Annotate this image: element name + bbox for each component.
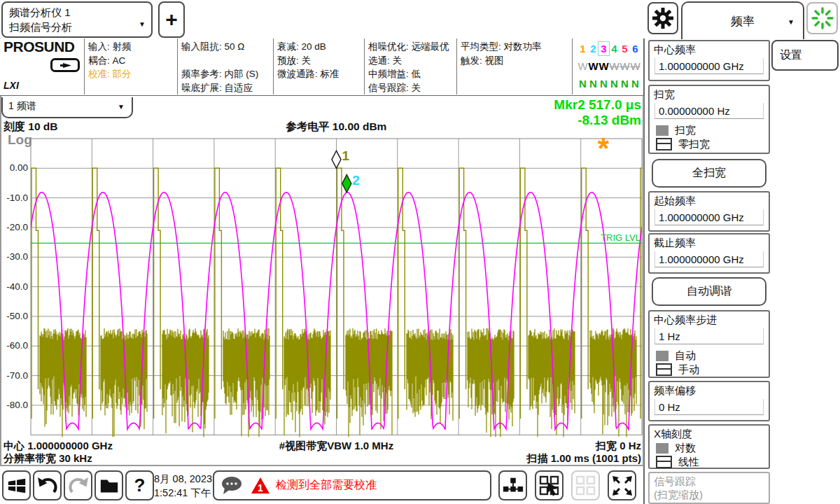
preamp-readout: 预放: 关	[277, 54, 360, 68]
start-freq-value[interactable]: 1.000000000 GHz	[654, 209, 764, 225]
span-option[interactable]: 扫宽	[650, 123, 769, 137]
trace-5-number[interactable]: 5	[620, 42, 630, 56]
trace-6-write-state[interactable]: W	[630, 59, 640, 74]
lxi-logo: LXI	[4, 79, 19, 93]
auto-tune-button[interactable]: 自动调谐	[652, 277, 766, 306]
trace-4-normal-state[interactable]: N	[609, 77, 620, 91]
freq-offset-label: 频率偏移	[650, 382, 769, 398]
cf-step-auto-label: 自动	[675, 349, 696, 363]
brand-block: PROSUND LXI	[0, 38, 85, 94]
trace-1-number[interactable]: 1	[578, 42, 588, 56]
span-control[interactable]: 扫宽 0.00000000 Hz 扫宽 零扫宽	[648, 85, 770, 154]
cf-step-control[interactable]: 中心频率步进 1 Hz 自动 手动	[648, 310, 770, 378]
trace-2-normal-state[interactable]: N	[588, 77, 598, 91]
undo-button[interactable]	[33, 470, 62, 500]
coupling-readout: 耦合: AC	[88, 54, 174, 68]
zero-span-option-label: 零扫宽	[678, 138, 710, 151]
cf-step-label: 中心频率步进	[650, 312, 769, 327]
windows-start-button[interactable]	[2, 470, 31, 500]
span-label: 扫宽	[650, 86, 769, 102]
trace-status-table[interactable]: 123456 WWWWWW NNNNNN	[573, 38, 643, 94]
y-axis-label: -40.0	[0, 281, 28, 292]
marker-readout-y: -8.13 dBm	[392, 113, 641, 128]
freq-offset-control[interactable]: 频率偏移 0 Hz	[648, 381, 770, 421]
window-grid-icon	[575, 475, 597, 497]
window-select-hand-icon	[538, 475, 561, 497]
node-diagram-icon	[502, 475, 524, 496]
system-message-button[interactable]: 1 检测到全部需要校准	[213, 470, 491, 500]
calibration-alert-text: 检测到全部需要校准	[276, 478, 377, 493]
cf-step-auto-option[interactable]: 自动	[650, 349, 769, 363]
analyzer-mode-select[interactable]: 频谱分析仪 1 扫频信号分析 ▼	[1, 1, 153, 38]
busy-spinner-icon	[811, 6, 834, 30]
trace-2-number[interactable]: 2	[588, 42, 598, 56]
datetime-readout: 8月 08, 2023 1:52:41 下午	[154, 472, 212, 500]
tab-settings[interactable]: 设置	[771, 40, 839, 71]
trace-3-normal-state[interactable]: N	[598, 77, 609, 91]
menu-category-dropdown[interactable]: 频率 ▼	[681, 1, 804, 39]
trace-3-number[interactable]: 3	[598, 42, 609, 56]
trace-5-write-state[interactable]: W	[620, 59, 630, 74]
center-freq-label: 中心频率	[650, 41, 769, 57]
measurement-sequence-button[interactable]	[498, 470, 527, 500]
trace-2-write-state[interactable]: W	[588, 59, 598, 74]
trace-1-normal-state[interactable]: N	[578, 77, 588, 91]
trace-6-normal-state[interactable]: N	[630, 77, 640, 91]
trigger-readout: 触发: 视图	[461, 54, 568, 68]
trace-4-number[interactable]: 4	[609, 42, 620, 56]
span-value[interactable]: 0.00000000 Hz	[654, 103, 764, 119]
trace-4-write-state[interactable]: W	[609, 59, 620, 74]
add-measurement-button[interactable]: +	[158, 1, 185, 38]
trace-numbers-row: 123456	[578, 40, 642, 57]
spectrum-display-window	[0, 96, 644, 466]
y-axis-label: -20.0	[0, 222, 28, 232]
trace-1-write-state[interactable]: W	[578, 59, 588, 74]
time-line: 1:52:41 下午	[154, 486, 212, 500]
marker-readout: Mkr2 517.0 μs -8.13 dBm	[392, 97, 641, 128]
avg-type-readout: 平均类型: 对数功率	[461, 40, 568, 54]
trace-write-row: WWWWWW	[578, 57, 642, 75]
windows-logo-icon	[6, 475, 27, 496]
spectrum-analyzer-app: 频谱分析仪 1 扫频信号分析 ▼ + 频率 ▼	[0, 0, 840, 504]
menu-category-label: 频率	[731, 13, 755, 29]
fullscreen-button[interactable]	[608, 470, 636, 500]
start-freq-control[interactable]: 起始频率 1.000000000 GHz	[648, 191, 770, 232]
center-freq-control[interactable]: 中心频率 1.000000000 GHz	[648, 40, 770, 81]
stop-freq-control[interactable]: 截止频率 1.000000000 GHz	[648, 233, 770, 274]
x-scale-log-option[interactable]: 对数	[650, 441, 769, 455]
window-grid-button-disabled	[571, 470, 600, 500]
freq-ref-readout: 频率参考: 内部 (S)	[181, 67, 270, 81]
toggle-slot-icon	[656, 138, 672, 150]
freq-offset-value[interactable]: 0 Hz	[654, 399, 764, 415]
expand-arrows-icon	[611, 475, 634, 497]
date-line: 8月 08, 2023	[154, 472, 212, 486]
stop-freq-value[interactable]: 1.000000000 GHz	[654, 251, 764, 267]
y-axis-label: -70.0	[0, 370, 28, 381]
x-scale-control[interactable]: X轴刻度 对数 线性	[648, 424, 770, 469]
trace-5-normal-state[interactable]: N	[620, 77, 630, 91]
trace-3-write-state[interactable]: W	[598, 59, 609, 74]
atten-readout: 衰减: 20 dB	[277, 40, 360, 54]
cf-step-manual-option[interactable]: 手动	[650, 363, 769, 377]
system-settings-button[interactable]	[648, 2, 678, 34]
help-button[interactable]: ?	[125, 470, 154, 500]
redo-button[interactable]	[64, 470, 92, 500]
trace-view-select[interactable]: 1 频谱 ▼	[1, 97, 133, 118]
signal-track-label: 信号跟踪	[650, 473, 769, 489]
span-annotation: 扫宽 0 Hz	[420, 440, 641, 453]
zero-span-option[interactable]: 零扫宽	[650, 137, 769, 151]
folder-icon	[99, 475, 120, 496]
busy-indicator-button[interactable]	[806, 2, 838, 34]
chevron-down-icon: ▼	[139, 17, 146, 31]
sig-track-readout: 信号跟踪: 关	[368, 81, 453, 95]
message-bubble-icon	[220, 475, 245, 496]
uw-path-readout: 微波通路: 标准	[277, 67, 360, 81]
center-freq-value[interactable]: 1.000000000 GHz	[654, 58, 764, 74]
y-axis-label: -10.0	[0, 192, 28, 203]
cf-step-value[interactable]: 1 Hz	[654, 328, 764, 344]
full-span-button[interactable]: 全扫宽	[652, 159, 766, 188]
x-scale-linear-option[interactable]: 线性	[650, 455, 769, 469]
file-explorer-button[interactable]	[94, 470, 123, 500]
window-arrange-button[interactable]	[535, 470, 564, 500]
trace-6-number[interactable]: 6	[630, 42, 640, 56]
